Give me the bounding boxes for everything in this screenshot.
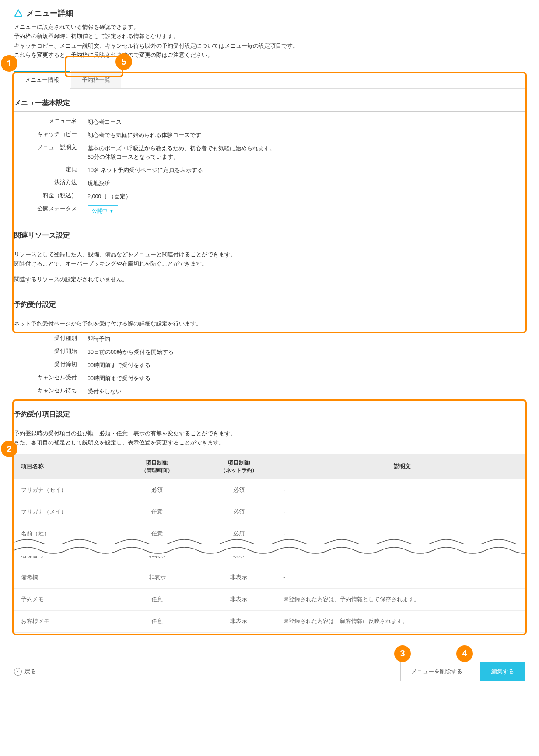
table-row: 備考欄非表示非表示- — [14, 567, 525, 588]
section-heading-reception: 予約受付設定 — [14, 300, 525, 313]
annotation-3: 3 — [394, 645, 411, 662]
table-row: フリガナ（セイ）必須必須- — [14, 480, 525, 501]
section-heading-basic: メニュー基本設定 — [14, 98, 525, 112]
th-name: 項目名称 — [14, 454, 116, 480]
back-button[interactable]: ‹ 戻る — [14, 668, 36, 676]
delete-menu-button[interactable]: メニューを削除する — [400, 662, 473, 681]
section-basic: メニュー基本設定 メニュー名初心者コース キャッチコピー初心者でも気軽に始められ… — [14, 89, 525, 217]
section-resource: 関連リソース設定 リソースとして登録した人、設備、備品などをメニューと関連付ける… — [14, 221, 525, 284]
chevron-left-icon: ‹ — [14, 668, 22, 676]
tabs: メニュー情報 予約枠一覧 — [14, 71, 525, 89]
intro-text: メニューに設定されている情報を確認できます。 予約枠の新規登録時に初期値として設… — [14, 23, 525, 60]
page-title: メニュー詳細 — [26, 8, 74, 18]
section-fields: 予約受付項目設定 予約登録時の受付項目の並び順、必須・任意、表示の有無を変更する… — [14, 400, 525, 633]
annotation-4: 4 — [456, 645, 473, 662]
table-row: 名様番号非表示表示- — [14, 545, 525, 567]
chevron-down-icon: ▼ — [109, 208, 114, 215]
brand-logo-icon — [14, 9, 23, 17]
table-row: フリガナ（メイ）任意必須- — [14, 501, 525, 523]
tab-menu-info[interactable]: メニュー情報 — [14, 71, 70, 89]
table-row: お客様メモ任意非表示※登録された内容は、顧客情報に反映されます。 — [14, 610, 525, 632]
section-heading-fields: 予約受付項目設定 — [14, 410, 525, 423]
table-row: 予約メモ任意非表示※登録された内容は、予約情報として保存されます。 — [14, 588, 525, 610]
section-heading-resource: 関連リソース設定 — [14, 231, 525, 244]
table-row: 名前（姓）任意必須- — [14, 523, 525, 545]
section-reception: 予約受付設定 ネット予約受付ページから予約を受け付ける際の詳細な設定を行います。… — [14, 290, 525, 396]
status-dropdown[interactable]: 公開中▼ — [88, 205, 118, 217]
th-admin: 項目制御（管理画面） — [116, 454, 198, 480]
tab-slot-list[interactable]: 予約枠一覧 — [71, 71, 121, 88]
resource-empty-text: 関連するリソースの設定がされていません。 — [14, 275, 525, 284]
th-net: 項目制御（ネット予約） — [198, 454, 280, 480]
edit-button[interactable]: 編集する — [480, 662, 525, 681]
fields-table: 項目名称 項目制御（管理画面） 項目制御（ネット予約） 説明文 フリガナ（セイ）… — [14, 454, 525, 633]
th-desc: 説明文 — [280, 454, 525, 480]
